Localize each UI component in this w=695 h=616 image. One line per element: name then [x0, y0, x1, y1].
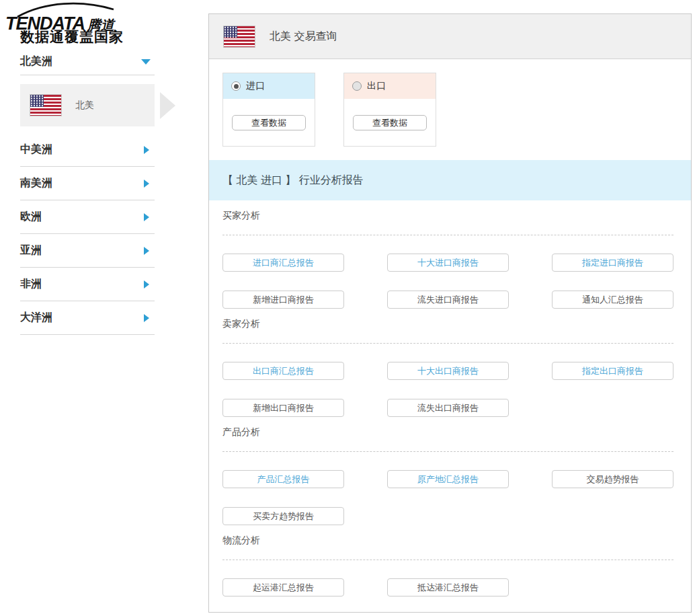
app-root: TENDATA腾道 数据通覆盖国家 北美洲 北美 中美洲 南美洲	[0, 0, 695, 616]
product-analysis-section: 产品分析 产品汇总报告 原产地汇总报告 交易趋势报告 买卖方趋势报告	[222, 425, 673, 525]
us-flag-icon	[223, 26, 255, 48]
report-button-grid: 进口商汇总报告 十大进口商报告 指定进口商报告 新增进口商报告 流失进口商报告 …	[222, 254, 673, 309]
dashed-divider	[222, 560, 673, 560]
report-button-grid: 出口商汇总报告 十大出口商报告 指定出口商报告 新增出口商报告 流失出口商报告	[222, 362, 673, 417]
dashed-divider	[222, 343, 673, 344]
export-option-header: 出口	[344, 73, 436, 99]
dashed-divider	[222, 235, 673, 235]
report-button-new-importers[interactable]: 新增进口商报告	[222, 291, 344, 309]
report-button-grid: 起运港汇总报告 抵达港汇总报告	[222, 578, 673, 596]
logistics-analysis-section: 物流分析 起运港汇总报告 抵达港汇总报告	[222, 533, 673, 596]
region-menu: 北美洲 北美 中美洲 南美洲 欧洲 亚洲	[20, 48, 155, 335]
sidebar-item-label: 非洲	[20, 277, 42, 291]
import-label: 进口	[246, 80, 265, 92]
import-option-body: 查看数据	[223, 99, 315, 130]
import-radio[interactable]	[231, 81, 241, 91]
report-button-product-summary[interactable]: 产品汇总报告	[222, 470, 344, 488]
sidebar-item-south-america[interactable]: 南美洲	[20, 167, 155, 200]
sidebar-item-label: 欧洲	[20, 210, 42, 224]
sidebar-item-label: 中美洲	[20, 143, 52, 157]
sidebar-item-oceania[interactable]: 大洋洲	[20, 301, 155, 335]
trade-direction-row: 进口 查看数据 出口 查看数据	[209, 59, 691, 147]
report-button-arrival-port-summary[interactable]: 抵达港汇总报告	[387, 578, 509, 596]
report-button-specified-importer[interactable]: 指定进口商报告	[552, 254, 673, 272]
selected-pointer-icon	[160, 92, 175, 119]
section-banner: 【 北美 进口 】 行业分析报告	[209, 160, 691, 200]
sidebar-item-central-america[interactable]: 中美洲	[20, 133, 155, 167]
sidebar-country-north-america[interactable]: 北美	[20, 84, 155, 126]
section-title: 买家分析	[222, 208, 673, 222]
chevron-down-icon	[141, 59, 151, 65]
report-button-importer-summary[interactable]: 进口商汇总报告	[222, 254, 344, 272]
us-flag-icon	[30, 94, 62, 116]
sidebar-item-africa[interactable]: 非洲	[20, 268, 155, 301]
report-button-lost-exporters[interactable]: 流失出口商报告	[387, 399, 509, 417]
report-button-origin-summary[interactable]: 原产地汇总报告	[387, 470, 509, 488]
sidebar-item-label: 亚洲	[20, 243, 42, 258]
export-label: 出口	[367, 80, 386, 92]
export-view-data-button[interactable]: 查看数据	[353, 115, 427, 130]
sidebar-item-label: 大洋洲	[20, 311, 52, 325]
report-content: 买家分析 进口商汇总报告 十大进口商报告 指定进口商报告 新增进口商报告 流失进…	[209, 208, 691, 596]
export-option-card: 出口 查看数据	[343, 73, 436, 147]
chevron-right-icon	[144, 314, 149, 322]
page-title: 北美 交易查询	[270, 30, 337, 44]
chevron-right-icon	[144, 180, 149, 188]
chevron-right-icon	[144, 213, 149, 221]
chevron-right-icon	[144, 280, 149, 288]
export-radio[interactable]	[352, 81, 362, 91]
seller-analysis-section: 卖家分析 出口商汇总报告 十大出口商报告 指定出口商报告 新增出口商报告 流失出…	[222, 317, 673, 417]
country-label: 北美	[75, 100, 94, 112]
report-button-lost-importers[interactable]: 流失进口商报告	[387, 291, 509, 309]
report-button-exporter-summary[interactable]: 出口商汇总报告	[222, 362, 344, 380]
sidebar-item-asia[interactable]: 亚洲	[20, 234, 155, 268]
chevron-right-icon	[144, 146, 149, 154]
sidebar: TENDATA腾道 数据通覆盖国家 北美洲 北美 中美洲 南美洲	[0, 0, 208, 43]
report-button-grid: 产品汇总报告 原产地汇总报告 交易趋势报告 买卖方趋势报告	[222, 470, 673, 525]
sidebar-item-label: 南美洲	[20, 176, 52, 190]
main-panel: 北美 交易查询 进口 查看数据 出口 查看数据	[208, 13, 692, 613]
report-button-loading-port-summary[interactable]: 起运港汇总报告	[222, 578, 344, 596]
report-button-notify-party-summary[interactable]: 通知人汇总报告	[552, 291, 673, 309]
sidebar-item-north-america-region[interactable]: 北美洲	[20, 48, 155, 75]
report-button-top10-importers[interactable]: 十大进口商报告	[387, 254, 509, 272]
section-title: 产品分析	[222, 425, 673, 438]
import-view-data-button[interactable]: 查看数据	[232, 115, 306, 130]
section-title: 物流分析	[222, 533, 673, 547]
report-button-buyer-seller-trend[interactable]: 买卖方趋势报告	[222, 507, 344, 525]
report-button-specified-exporter[interactable]: 指定出口商报告	[552, 362, 673, 380]
report-button-top10-exporters[interactable]: 十大出口商报告	[387, 362, 509, 380]
tendata-logo: TENDATA腾道 数据通覆盖国家	[0, 0, 208, 43]
import-option-card: 进口 查看数据	[222, 73, 315, 147]
section-title: 卖家分析	[222, 317, 673, 330]
chevron-right-icon	[144, 247, 149, 255]
panel-header: 北美 交易查询	[209, 14, 691, 59]
sidebar-item-label: 北美洲	[20, 54, 52, 69]
logo-tagline: 数据通覆盖国家	[20, 28, 124, 46]
buyer-analysis-section: 买家分析 进口商汇总报告 十大进口商报告 指定进口商报告 新增进口商报告 流失进…	[222, 208, 673, 309]
report-button-new-exporters[interactable]: 新增出口商报告	[222, 399, 344, 417]
sidebar-item-europe[interactable]: 欧洲	[20, 200, 155, 234]
report-button-trade-trend[interactable]: 交易趋势报告	[552, 470, 673, 488]
export-option-body: 查看数据	[344, 99, 436, 130]
import-option-header: 进口	[223, 73, 315, 99]
dashed-divider	[222, 451, 673, 452]
